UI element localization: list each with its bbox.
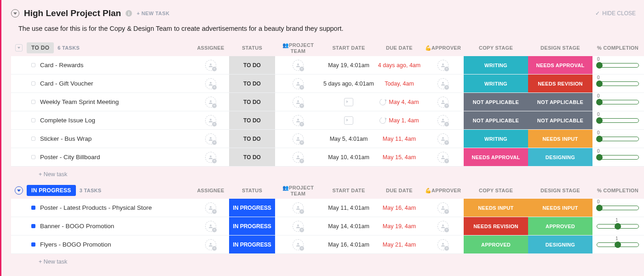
task-status-square[interactable] bbox=[31, 63, 35, 67]
task-name[interactable]: Card - Gift Voucher bbox=[40, 80, 93, 87]
copy-stage-badge[interactable]: WRITING bbox=[464, 56, 528, 74]
assignee-cell[interactable]: + bbox=[192, 199, 229, 217]
project-team-cell[interactable]: + bbox=[275, 56, 321, 74]
group-status-badge[interactable]: TO DO bbox=[27, 42, 54, 53]
task-row[interactable]: Banner - BOGO Promotion+IN PROGRESS+May … bbox=[11, 217, 644, 236]
project-team-placeholder-icon[interactable]: + bbox=[293, 152, 304, 163]
approver-placeholder-icon[interactable]: + bbox=[437, 133, 448, 144]
col-start-date[interactable]: START DATE bbox=[321, 188, 376, 193]
status-badge[interactable]: TO DO bbox=[229, 93, 275, 111]
due-date-cell[interactable]: 4 days ago, 4am bbox=[376, 56, 422, 74]
task-name[interactable]: Poster - City Billboard bbox=[40, 154, 100, 161]
status-badge[interactable]: IN PROGRESS bbox=[229, 199, 275, 217]
group-collapse-icon[interactable] bbox=[15, 186, 23, 195]
assignee-cell[interactable]: + bbox=[192, 236, 229, 253]
due-date-cell[interactable]: May 21, 4am bbox=[376, 236, 422, 253]
copy-stage-badge[interactable]: NEEDS REVISION bbox=[464, 217, 528, 235]
design-stage-badge[interactable]: NEEDS INPUT bbox=[528, 130, 592, 148]
assignee-placeholder-icon[interactable]: + bbox=[205, 133, 216, 144]
task-row[interactable]: Complete Issue Log+TO DO+May 1, 4am+NOT … bbox=[11, 111, 644, 130]
assignee-placeholder-icon[interactable]: + bbox=[205, 202, 216, 213]
new-task-row[interactable]: + New task bbox=[11, 254, 644, 270]
approver-placeholder-icon[interactable]: + bbox=[437, 115, 448, 126]
task-status-square[interactable] bbox=[31, 224, 35, 228]
start-date-cell[interactable]: May 14, 4:01am bbox=[321, 217, 376, 235]
project-team-placeholder-icon[interactable]: + bbox=[293, 78, 304, 89]
task-status-square[interactable] bbox=[31, 137, 35, 141]
assignee-cell[interactable]: + bbox=[192, 130, 229, 148]
col-assignee[interactable]: ASSIGNEE bbox=[192, 188, 229, 193]
col-design-stage[interactable]: DESIGN STAGE bbox=[528, 188, 592, 193]
col-completion[interactable]: % COMPLETION bbox=[592, 45, 643, 51]
project-team-placeholder-icon[interactable]: + bbox=[293, 239, 304, 250]
col-project-team[interactable]: 👥PROJECT TEAM bbox=[275, 185, 321, 196]
start-date-cell[interactable]: May 11, 4:01am bbox=[321, 199, 376, 217]
completion-cell[interactable]: 1 bbox=[592, 217, 643, 235]
assignee-placeholder-icon[interactable]: + bbox=[205, 221, 216, 232]
assignee-cell[interactable]: + bbox=[192, 75, 229, 92]
approver-placeholder-icon[interactable]: + bbox=[437, 239, 448, 250]
status-badge[interactable]: IN PROGRESS bbox=[229, 236, 275, 253]
status-badge[interactable]: TO DO bbox=[229, 130, 275, 148]
status-badge[interactable]: TO DO bbox=[229, 75, 275, 92]
copy-stage-badge[interactable]: NOT APPLICABLE bbox=[464, 111, 528, 129]
project-team-cell[interactable]: + bbox=[275, 217, 321, 235]
due-date-cell[interactable]: May 11, 4am bbox=[376, 130, 422, 148]
task-name[interactable]: Sticker - Bus Wrap bbox=[40, 135, 92, 142]
task-row[interactable]: Poster - Latest Products - Physical Stor… bbox=[11, 199, 644, 217]
approver-cell[interactable]: + bbox=[422, 111, 464, 129]
project-team-placeholder-icon[interactable]: + bbox=[293, 97, 304, 108]
approver-cell[interactable]: + bbox=[422, 56, 464, 74]
col-due-date[interactable]: DUE DATE bbox=[376, 188, 422, 193]
completion-cell[interactable]: 0 bbox=[592, 93, 643, 111]
start-date-cell[interactable]: 5 days ago, 4:01am bbox=[321, 75, 376, 92]
task-row[interactable]: Flyers - BOGO Promotion+IN PROGRESS+May … bbox=[11, 236, 644, 254]
col-assignee[interactable]: ASSIGNEE bbox=[192, 45, 229, 51]
project-team-cell[interactable]: + bbox=[275, 130, 321, 148]
design-stage-badge[interactable]: NEEDS REVISION bbox=[528, 75, 592, 92]
due-date-cell[interactable]: May 1, 4am bbox=[376, 111, 422, 129]
project-team-cell[interactable]: + bbox=[275, 199, 321, 217]
assignee-cell[interactable]: + bbox=[192, 111, 229, 129]
start-date-cell[interactable]: May 5, 4:01am bbox=[321, 130, 376, 148]
task-row[interactable]: Sticker - Bus Wrap+TO DO+May 5, 4:01amMa… bbox=[11, 130, 644, 148]
project-team-cell[interactable]: + bbox=[275, 236, 321, 253]
approver-cell[interactable]: + bbox=[422, 199, 464, 217]
task-row[interactable]: Poster - City Billboard+TO DO+May 10, 4:… bbox=[11, 148, 644, 167]
group-collapse-icon[interactable] bbox=[15, 44, 23, 52]
task-name[interactable]: Weekly Team Sprint Meeting bbox=[40, 98, 119, 105]
task-status-square[interactable] bbox=[31, 242, 35, 247]
task-status-square[interactable] bbox=[31, 155, 35, 159]
col-due-date[interactable]: DUE DATE bbox=[376, 45, 422, 51]
copy-stage-badge[interactable]: NEEDS APPROVAL bbox=[464, 148, 528, 166]
assignee-cell[interactable]: + bbox=[192, 93, 229, 111]
col-project-team[interactable]: 👥PROJECT TEAM bbox=[275, 42, 321, 54]
col-status[interactable]: STATUS bbox=[229, 188, 275, 193]
col-completion[interactable]: % COMPLETION bbox=[592, 188, 643, 193]
task-row[interactable]: Weekly Team Sprint Meeting+TO DO+May 4, … bbox=[11, 93, 644, 111]
due-date-cell[interactable]: May 16, 4am bbox=[376, 199, 422, 217]
approver-cell[interactable]: + bbox=[422, 217, 464, 235]
project-team-placeholder-icon[interactable]: + bbox=[293, 115, 304, 126]
task-name[interactable]: Banner - BOGO Promotion bbox=[40, 223, 114, 230]
copy-stage-badge[interactable]: NOT APPLICABLE bbox=[464, 93, 528, 111]
copy-stage-badge[interactable]: APPROVED bbox=[464, 236, 528, 253]
assignee-cell[interactable]: + bbox=[192, 217, 229, 235]
completion-cell[interactable]: 0 bbox=[592, 148, 643, 166]
start-date-cell[interactable] bbox=[321, 111, 376, 129]
approver-placeholder-icon[interactable]: + bbox=[437, 60, 448, 71]
approver-cell[interactable]: + bbox=[422, 236, 464, 253]
collapse-icon[interactable] bbox=[11, 9, 19, 17]
hide-closed-toggle[interactable]: ✓ HIDE CLOSE bbox=[595, 10, 636, 17]
task-name[interactable]: Flyers - BOGO Promotion bbox=[40, 241, 111, 248]
start-date-cell[interactable] bbox=[321, 93, 376, 111]
new-task-row[interactable]: + New task bbox=[11, 167, 644, 182]
col-copy-stage[interactable]: COPY STAGE bbox=[464, 45, 528, 51]
task-status-square[interactable] bbox=[31, 206, 35, 210]
task-status-square[interactable] bbox=[31, 118, 35, 122]
task-row[interactable]: Card - Gift Voucher+TO DO+5 days ago, 4:… bbox=[11, 75, 644, 93]
due-date-cell[interactable]: May 15, 4am bbox=[376, 148, 422, 166]
col-copy-stage[interactable]: COPY STAGE bbox=[464, 188, 528, 193]
status-badge[interactable]: TO DO bbox=[229, 148, 275, 166]
copy-stage-badge[interactable]: WRITING bbox=[464, 130, 528, 148]
